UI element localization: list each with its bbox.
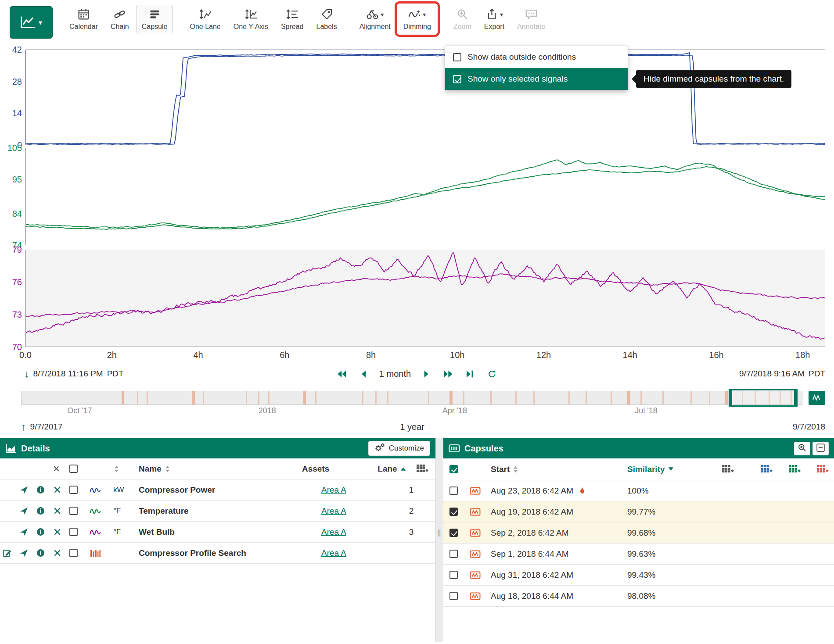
asset-link[interactable]: Area A [321, 527, 346, 537]
capsule-checkbox[interactable] [449, 508, 458, 516]
toolbar-item-alignment[interactable]: ▾Alignment [354, 5, 396, 33]
unit-label: kW [113, 486, 139, 494]
y-axis-lane-1: 4228140 [0, 50, 25, 145]
start-column-header[interactable]: Start [491, 465, 510, 474]
toolbar-item-calendar[interactable]: Calendar [64, 5, 103, 33]
y-tick-label: 79 [12, 245, 22, 255]
asset-link[interactable]: Area A [321, 548, 346, 558]
capsule-checkbox[interactable] [449, 550, 458, 558]
zoom-to-capsule-button[interactable] [794, 442, 810, 455]
pin-icon[interactable] [19, 506, 29, 515]
menu-item-show-only-selected[interactable]: Show only selected signals [445, 68, 628, 90]
toolbar-item-spread[interactable]: Spread [276, 5, 309, 33]
sort-type-icon[interactable] [113, 465, 120, 473]
item-name: Compressor Profile Search [139, 548, 321, 558]
select-all-checkbox[interactable] [69, 465, 78, 473]
toolbar-item-icon-row: ▾ [485, 7, 503, 21]
capsule-checkbox[interactable] [449, 592, 458, 600]
timezone-link[interactable]: PDT [107, 369, 124, 379]
capsule-stripe [709, 391, 710, 404]
remove-icon[interactable] [53, 506, 62, 515]
info-icon[interactable] [36, 485, 45, 494]
lane-plot-1[interactable] [25, 50, 825, 145]
assets-column-header[interactable]: Assets [302, 464, 329, 474]
worksheet-view-dropdown[interactable]: ▾ [10, 6, 53, 39]
add-signal-stat-red-icon[interactable] [816, 465, 829, 474]
capsule-icon-cell [470, 570, 491, 580]
toolbar-item-capsule[interactable]: Capsule [137, 5, 173, 33]
menu-item-show-data-outside[interactable]: Show data outside conditions [445, 46, 628, 68]
remove-icon[interactable] [53, 548, 62, 558]
similarity-column-header[interactable]: Similarity [627, 465, 665, 474]
fast-backward-icon [336, 369, 348, 379]
up-arrow-icon[interactable]: ↑ [21, 422, 26, 432]
toolbar-item-one-y-axis[interactable]: One Y-Axis [228, 5, 273, 33]
panel-resize-handle[interactable]: ∥ [435, 438, 443, 642]
range-end-text: 9/7/2018 9:16 AM [739, 369, 805, 379]
edit-icon[interactable] [3, 548, 12, 558]
pin-icon[interactable] [19, 527, 29, 537]
capsules-panel: Capsules Start Similarity [443, 438, 834, 642]
refresh-button[interactable] [485, 369, 499, 379]
range-duration[interactable]: 1 month [379, 369, 411, 379]
pin-icon[interactable] [19, 548, 29, 558]
checkbox-unchecked-icon[interactable] [453, 53, 461, 61]
toolbar-item-chain[interactable]: Chain [105, 5, 134, 33]
step-forward-button[interactable] [420, 369, 433, 379]
checkbox-checked-icon[interactable] [453, 75, 461, 83]
magnifier-plus-icon [798, 443, 807, 454]
down-arrow-icon[interactable]: ↓ [24, 369, 29, 379]
row-checkbox[interactable] [69, 486, 78, 494]
asset-link[interactable]: Area A [321, 506, 346, 516]
capsule-checkbox[interactable] [449, 487, 458, 495]
customize-button[interactable]: Customize [368, 441, 430, 456]
add-signal-stat-green-icon[interactable] [788, 465, 801, 474]
timebar-selection-brush[interactable] [729, 389, 798, 407]
capsule-row: Aug 18, 2018 6:44 AM98.08% [443, 586, 834, 607]
trend-chart[interactable]: 4228140105958474797673700.02h4h6h8h10h12… [0, 45, 834, 363]
capsule-checkbox[interactable] [449, 571, 458, 579]
info-icon[interactable] [36, 548, 45, 558]
asset-link[interactable]: Area A [321, 485, 346, 495]
timezone-link[interactable]: PDT [809, 369, 825, 379]
type-cell [90, 485, 113, 495]
pin-icon[interactable] [19, 485, 29, 494]
add-signal-stat-blue-icon[interactable] [760, 465, 773, 474]
sort-start-icon[interactable] [512, 465, 519, 473]
toolbar-item-dimming[interactable]: ▾Dimming [398, 5, 436, 33]
info-cell [36, 506, 53, 515]
investigate-timebar[interactable] [21, 391, 803, 405]
add-column-icon[interactable] [416, 464, 428, 474]
info-icon[interactable] [36, 506, 45, 515]
info-icon[interactable] [36, 527, 45, 537]
step-backward-button[interactable] [357, 369, 370, 379]
fast-backward-button[interactable] [335, 369, 349, 379]
signal-icon [90, 527, 101, 537]
capsule-checkbox[interactable] [449, 529, 458, 537]
toolbar-item-labels[interactable]: Labels [311, 5, 342, 33]
toolbar-item-export[interactable]: ▾Export [479, 5, 510, 33]
fast-forward-button[interactable] [442, 369, 455, 379]
remove-icon[interactable] [53, 485, 62, 494]
sort-name-icon[interactable] [164, 465, 171, 473]
lane-plot-2[interactable] [25, 148, 825, 245]
skip-to-end-button[interactable] [464, 369, 477, 379]
lane-plot-3[interactable] [25, 250, 825, 347]
remove-all-icon[interactable] [53, 465, 60, 472]
condition-icon [90, 548, 101, 558]
row-checkbox[interactable] [69, 528, 78, 536]
y-tick-label: 84 [12, 209, 22, 219]
collapse-panel-button[interactable] [812, 442, 829, 455]
remove-icon[interactable] [53, 527, 62, 537]
lane-column-header[interactable]: Lane [377, 464, 397, 474]
timebar-signal-button[interactable] [809, 391, 825, 405]
row-checkbox[interactable] [69, 507, 78, 515]
add-column-icon[interactable] [722, 465, 734, 474]
row-checkbox[interactable] [69, 549, 78, 557]
select-all-capsules-checkbox[interactable] [449, 465, 458, 473]
capsule-similarity: 99.63% [627, 549, 722, 559]
toolbar-item-one-lane[interactable]: One Lane [184, 5, 226, 33]
capsule-stripe [568, 391, 570, 404]
fast-forward-icon [442, 369, 454, 379]
name-column-header[interactable]: Name [139, 464, 162, 474]
